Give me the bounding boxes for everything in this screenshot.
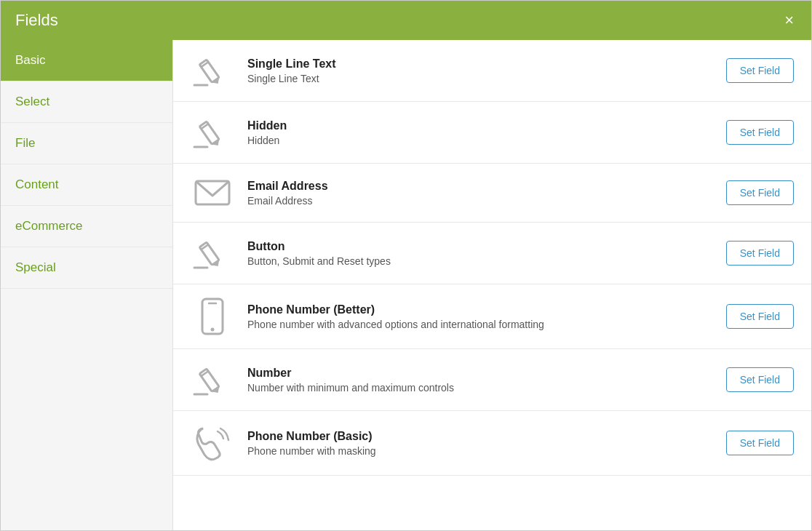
field-name-button: Button	[247, 240, 713, 253]
field-desc-number: Number with minimum and maximum controls	[247, 382, 713, 394]
set-field-button-phone-better[interactable]: Set Field	[726, 304, 794, 329]
set-field-button-email-address[interactable]: Set Field	[726, 180, 794, 205]
field-row-button: ButtonButton, Submit and Reset typesSet …	[173, 223, 811, 284]
field-row-phone-basic: Phone Number (Basic)Phone number with ma…	[173, 411, 811, 476]
sidebar: BasicSelectFileContenteCommerceSpecial	[1, 40, 173, 530]
field-info-single-line-text: Single Line TextSingle Line Text	[247, 57, 713, 84]
field-name-phone-basic: Phone Number (Basic)	[247, 430, 713, 443]
svg-rect-0	[199, 60, 219, 82]
field-desc-single-line-text: Single Line Text	[247, 73, 713, 84]
field-name-number: Number	[247, 367, 713, 380]
phone-basic-icon	[191, 424, 234, 462]
field-name-hidden: Hidden	[247, 119, 713, 132]
field-name-email-address: Email Address	[247, 180, 713, 193]
pencil-icon	[191, 115, 234, 150]
pencil-icon	[191, 236, 234, 271]
field-desc-phone-basic: Phone number with masking	[247, 445, 713, 457]
field-row-phone-better: Phone Number (Better)Phone number with a…	[173, 284, 811, 349]
sidebar-item-content[interactable]: Content	[1, 164, 172, 206]
set-field-button-number[interactable]: Set Field	[726, 367, 794, 392]
set-field-button-hidden[interactable]: Set Field	[726, 120, 794, 145]
set-field-button-single-line-text[interactable]: Set Field	[726, 58, 794, 83]
sidebar-item-select[interactable]: Select	[1, 81, 172, 123]
svg-point-15	[211, 328, 215, 332]
field-desc-email-address: Email Address	[247, 195, 713, 207]
set-field-button-button[interactable]: Set Field	[726, 241, 794, 266]
field-desc-button: Button, Submit and Reset types	[247, 255, 713, 267]
field-name-single-line-text: Single Line Text	[247, 57, 713, 71]
pencil-icon	[191, 53, 234, 88]
field-row-email-address: Email AddressEmail AddressSet Field	[173, 164, 811, 223]
phone-icon	[191, 298, 234, 335]
fields-list: Single Line TextSingle Line TextSet Fiel…	[173, 40, 811, 530]
sidebar-item-ecommerce[interactable]: eCommerce	[1, 206, 172, 247]
modal-body: BasicSelectFileContenteCommerceSpecial S…	[1, 40, 811, 530]
sidebar-item-file[interactable]: File	[1, 123, 172, 164]
field-info-button: ButtonButton, Submit and Reset types	[247, 240, 713, 267]
field-info-email-address: Email AddressEmail Address	[247, 180, 713, 207]
set-field-button-phone-basic[interactable]: Set Field	[726, 431, 794, 455]
sidebar-item-basic[interactable]: Basic	[1, 40, 172, 81]
close-button[interactable]: ×	[781, 12, 797, 28]
modal-title: Fields	[15, 11, 58, 30]
pencil-icon	[191, 362, 234, 397]
field-row-single-line-text: Single Line TextSingle Line TextSet Fiel…	[173, 40, 811, 102]
sidebar-item-special[interactable]: Special	[1, 247, 172, 289]
field-info-phone-better: Phone Number (Better)Phone number with a…	[247, 303, 713, 330]
field-row-number: NumberNumber with minimum and maximum co…	[173, 349, 811, 411]
field-info-number: NumberNumber with minimum and maximum co…	[247, 367, 713, 394]
field-name-phone-better: Phone Number (Better)	[247, 303, 713, 316]
svg-rect-16	[199, 369, 219, 391]
mail-icon	[191, 177, 234, 209]
fields-modal: Fields × BasicSelectFileContenteCommerce…	[0, 0, 812, 531]
field-desc-hidden: Hidden	[247, 135, 713, 146]
svg-rect-9	[199, 242, 219, 265]
modal-header: Fields ×	[1, 1, 811, 40]
field-row-hidden: HiddenHiddenSet Field	[173, 102, 811, 164]
field-info-hidden: HiddenHidden	[247, 119, 713, 146]
field-desc-phone-better: Phone number with advanced options and i…	[247, 319, 713, 330]
svg-rect-4	[199, 121, 219, 144]
field-info-phone-basic: Phone Number (Basic)Phone number with ma…	[247, 430, 713, 457]
